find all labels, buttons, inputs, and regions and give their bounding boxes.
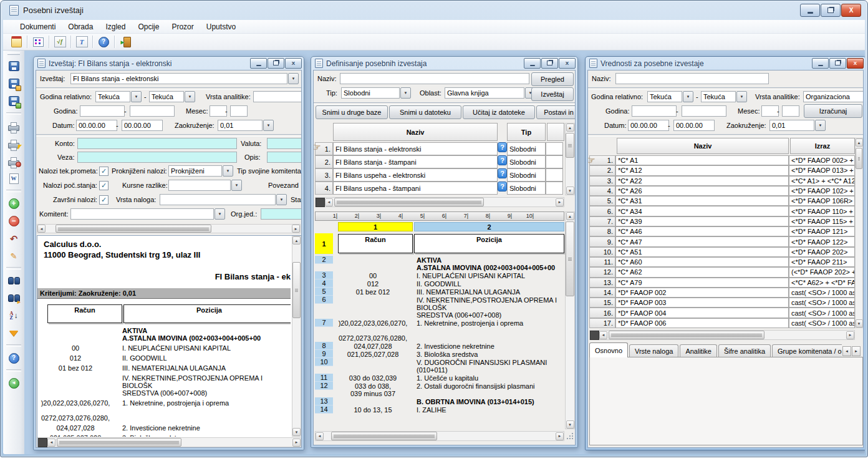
scroll-left-button[interactable]: ◄: [325, 198, 333, 206]
table-izraz-cell[interactable]: <*D* FAAOP 110> + <*D: [789, 206, 855, 216]
scrollbar-thumb[interactable]: [334, 198, 484, 206]
table-naziv-cell[interactable]: *C* A22: [615, 176, 789, 186]
mesec-to-field[interactable]: [782, 105, 799, 117]
kursne-razlike-select[interactable]: ▼: [168, 180, 242, 191]
table-row[interactable]: ☞ 13. *C* A79 <*C* A62> + <*D* FAAO: [589, 278, 855, 288]
grid-racun-cell[interactable]: 012: [333, 279, 413, 288]
restore-button[interactable]: [821, 4, 841, 17]
grid-pozicija-cell[interactable]: 3. Biološka sredstva: [413, 350, 564, 358]
table-izraz-cell[interactable]: <*D* FAAOP 122>: [789, 236, 855, 246]
splitter-box[interactable]: [38, 438, 47, 447]
grid-row-number[interactable]: 11: [315, 374, 333, 382]
tab[interactable]: Osnovno: [589, 342, 628, 357]
dropdown-button[interactable]: ▼: [223, 165, 233, 177]
grid-racun-cell[interactable]: 021,025,027,028: [333, 350, 413, 358]
scroll-up-button[interactable]: ▲: [566, 124, 574, 132]
scroll-up-button[interactable]: ▲: [856, 138, 863, 147]
row-number[interactable]: 3.: [589, 176, 615, 186]
izracunaj-button[interactable]: Izračunaj: [804, 104, 862, 118]
table-naziv-cell[interactable]: *C* A62: [615, 267, 789, 277]
scroll-down-button[interactable]: ▼: [856, 319, 863, 328]
row-number[interactable]: 10.: [589, 247, 615, 257]
grid-header-racun[interactable]: Račun: [338, 234, 413, 253]
question-icon[interactable]: ?: [498, 168, 507, 178]
grid-row[interactable]: 2 AKTIVA A.STALNA IMOVINA (002+003+004+0…: [315, 256, 564, 271]
dropdown-button[interactable]: ▼: [276, 194, 287, 205]
table-izraz-cell[interactable]: <*D* FAAOP 013> + <*D: [789, 165, 855, 175]
row-number[interactable]: 13.: [589, 278, 615, 288]
grid-row-number[interactable]: 10: [315, 358, 333, 366]
row-number[interactable]: 2.: [315, 155, 333, 168]
row-number[interactable]: 7.: [589, 216, 615, 226]
scrollbar-thumb[interactable]: [609, 331, 764, 339]
opis-field[interactable]: [267, 152, 302, 163]
table-naziv-cell[interactable]: *C* A31: [615, 196, 789, 206]
scroll-right-button[interactable]: ►: [292, 225, 300, 233]
row-number[interactable]: 4.: [315, 182, 333, 195]
grid-horizontal-scrollbar[interactable]: ◄ ►: [315, 431, 564, 441]
list-row[interactable]: ☞ 3. FI Bilans uspeha - elektronski ? Sl…: [315, 168, 564, 182]
row-number[interactable]: 15.: [589, 298, 615, 308]
grid-racun-cell[interactable]: 10 do 13, 15: [333, 405, 413, 414]
izvestaj-button[interactable]: Izveštaj: [531, 87, 574, 101]
undo-icon[interactable]: ↶: [6, 231, 22, 246]
add-icon[interactable]: +: [6, 196, 22, 211]
list-vertical-scrollbar[interactable]: ▲ ▼: [565, 123, 575, 195]
list-row[interactable]: ☞ 4. FI Bilans uspeha - štampani ? Slobo…: [315, 182, 564, 195]
grid-pozicija-cell[interactable]: V. DUGOROČNI FINANSIJSKI PLASMANI (010+0…: [413, 358, 564, 374]
tab[interactable]: Grupe komitenata / org.jed.: [772, 344, 842, 357]
minimize-button[interactable]: [250, 58, 267, 69]
grid-pozicija-cell[interactable]: B. OBRTNA IMOVINA (013+014+015): [413, 397, 564, 405]
tab[interactable]: Šifre analitika: [718, 344, 771, 357]
list-row[interactable]: ☞ 1. FI Bilans stanja - elektronski ? Sl…: [315, 142, 564, 155]
back-icon[interactable]: ◄: [6, 376, 22, 391]
dropdown-button[interactable]: ▼: [131, 91, 142, 102]
table-row[interactable]: ☞ 17. *D* FAAOP 006 cast( <SO> / 1000 as…: [589, 318, 855, 328]
table-izraz-cell[interactable]: <*D* FAAOP 211>: [789, 257, 855, 267]
table-naziv-cell[interactable]: *D* FAAOP 003: [615, 298, 789, 308]
scroll-left-button[interactable]: ◄: [47, 439, 55, 447]
zaokruzenje-select[interactable]: 0,01 ▼: [769, 120, 826, 131]
godina-rel-to-select[interactable]: Tekuća ▼: [149, 91, 195, 102]
row-number[interactable]: 2.: [589, 165, 615, 175]
grid-row[interactable]: 7 )20,022,023,026,0270, 0272,0273,0276,0…: [315, 319, 564, 342]
row-number[interactable]: 17.: [589, 318, 615, 328]
splitter-box[interactable]: [590, 331, 599, 340]
grid-row[interactable]: 5 01 bez 012 III. NEMATERIJALNA ULAGANJA: [315, 288, 564, 296]
minimize-button[interactable]: [812, 58, 829, 69]
main-title-bar[interactable]: Posebni izveštaji X: [1, 1, 867, 19]
scrollbar-thumb[interactable]: [331, 432, 437, 440]
grid-racun-cell[interactable]: )20,022,023,026,0270, 0272,0273,0276,028…: [333, 319, 413, 342]
grid-pozicija-cell[interactable]: AKTIVA A.STALNA IMOVINA (002+003+004+005…: [413, 256, 564, 271]
grid-row[interactable]: 8 024,027,028 2. Investicione nekretnine: [315, 342, 564, 350]
table-naziv-cell[interactable]: *C* A60: [615, 257, 789, 267]
naziv-field[interactable]: [340, 73, 529, 84]
edit-icon[interactable]: ✎: [6, 248, 22, 263]
scroll-down-button[interactable]: ▼: [566, 187, 574, 195]
grid-racun-cell[interactable]: [333, 296, 413, 296]
save-icon[interactable]: [6, 59, 22, 74]
resize-grip[interactable]: [566, 432, 574, 440]
mesec-from-field[interactable]: [210, 105, 227, 117]
postavi-button[interactable]: Postavi in: [536, 105, 576, 119]
table-izraz-cell[interactable]: cast( <SO> / 1000 as decim: [789, 298, 855, 308]
row-number[interactable]: 9.: [589, 236, 615, 246]
question-icon[interactable]: ?: [498, 155, 507, 165]
font-icon[interactable]: T: [74, 35, 90, 49]
list-tip-cell[interactable]: Slobodni: [507, 155, 546, 168]
row-number[interactable]: 14.: [589, 288, 615, 298]
restore-button[interactable]: [829, 58, 846, 69]
table-row[interactable]: ☞ 11. *C* A60 <*D* FAAOP 211>: [589, 257, 855, 267]
table-row[interactable]: ☞ 3. *C* A22 <*C* A1> + <*C* A12>: [589, 176, 855, 186]
tab-scroll-left[interactable]: ◄: [842, 346, 851, 356]
menu-uputstvo[interactable]: Uputstvo: [201, 21, 241, 32]
table-row[interactable]: ☞ 8. *C* A46 <*D* FAAOP 121>: [589, 226, 855, 236]
ucitaj-datoteke-button[interactable]: Učitaj iz datoteke: [463, 105, 535, 119]
remove-icon[interactable]: −: [6, 213, 22, 228]
grid-row-number[interactable]: 3: [315, 271, 333, 279]
grid-pozicija-cell[interactable]: III. NEMATERIJALNA ULAGANJA: [413, 288, 564, 296]
table-naziv-cell[interactable]: *D* FAAOP 004: [615, 308, 789, 318]
table-izraz-cell[interactable]: cast( <SO> / 1000 as decim: [789, 308, 855, 318]
table-col-izraz[interactable]: Izraz: [790, 138, 855, 154]
dropdown-button[interactable]: ▼: [815, 120, 826, 131]
